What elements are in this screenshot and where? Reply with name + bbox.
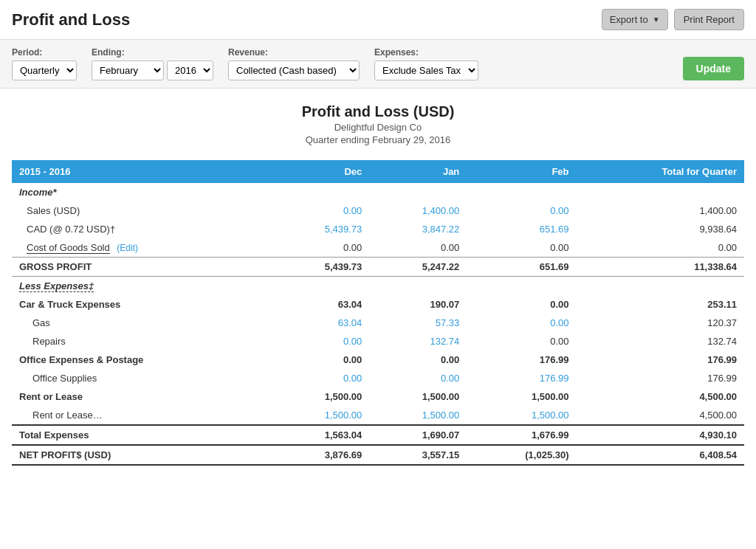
col-feb: Feb [467,160,576,183]
ending-selects: January February March April May June Ju… [92,61,213,80]
row-feb[interactable]: 0.00 [467,201,576,220]
revenue-select[interactable]: Collected (Cash based) Invoiced (Accrual… [228,61,360,80]
ending-month-select[interactable]: January February March April May June Ju… [92,61,164,80]
expense-indent-total: 132.74 [577,332,744,351]
report-area: Profit and Loss (USD) Delightful Design … [0,89,756,480]
ending-label: Ending: [92,47,213,58]
period-select[interactable]: Quarterly Monthly Annually [12,61,77,80]
gross-profit-total: 11,338.64 [577,258,744,277]
row-label: CAD (@ 0.72 USD)† [12,220,272,238]
net-profit-total: 6,408.54 [577,445,744,465]
expense-indent-feb: 0.00 [467,332,576,351]
report-header: Profit and Loss (USD) Delightful Design … [12,103,744,145]
row-total: 9,938.64 [577,220,744,238]
expense-bold-dec: 63.04 [272,295,369,314]
expense-bold-feb: 176.99 [467,351,576,369]
row-feb[interactable]: 651.69 [467,220,576,238]
col-dec: Dec [272,160,369,183]
row-jan[interactable]: 1,400.00 [369,201,467,220]
expense-bold-jan: 1,500.00 [369,387,467,406]
table-row: Rent or Lease 1,500.00 1,500.00 1,500.00… [12,387,744,406]
expense-indent-label: Office Supplies [12,369,272,387]
expense-indent-jan[interactable]: 57.33 [369,314,467,332]
row-dec: 0.00 [272,238,369,258]
expense-indent-jan[interactable]: 132.74 [369,332,467,351]
edit-link[interactable]: (Edit) [117,243,138,253]
row-jan: 0.00 [369,238,467,258]
gross-profit-jan: 5,247.22 [369,258,467,277]
revenue-label: Revenue: [228,47,360,58]
expense-bold-total: 176.99 [577,351,744,369]
expense-indent-feb[interactable]: 176.99 [467,369,576,387]
gross-profit-dec: 5,439.73 [272,258,369,277]
expense-indent-feb[interactable]: 1,500.00 [467,406,576,425]
total-expenses-label: Total Expenses [12,425,272,445]
expense-bold-total: 253.11 [577,295,744,314]
expense-indent-jan[interactable]: 1,500.00 [369,406,467,425]
table-row: Rent or Lease… 1,500.00 1,500.00 1,500.0… [12,406,744,425]
net-profit-dec: 3,876.69 [272,445,369,465]
row-jan[interactable]: 3,847.22 [369,220,467,238]
row-total: 1,400.00 [577,201,744,220]
period-label: Period: [12,47,77,58]
expense-bold-feb: 0.00 [467,295,576,314]
total-expenses-jan: 1,690.07 [369,425,467,445]
table-row: Income* [12,183,744,201]
net-profit-label: NET PROFIT$ (USD) [12,445,272,465]
row-total: 0.00 [577,238,744,258]
row-dec[interactable]: 0.00 [272,201,369,220]
expense-indent-feb[interactable]: 0.00 [467,314,576,332]
expense-indent-dec[interactable]: 1,500.00 [272,406,369,425]
col-jan: Jan [369,160,467,183]
expense-indent-dec[interactable]: 0.00 [272,332,369,351]
table-row: Office Supplies 0.00 0.00 176.99 176.99 [12,369,744,387]
expense-indent-total: 176.99 [577,369,744,387]
total-expenses-feb: 1,676.99 [467,425,576,445]
table-row: Less Expenses‡ [12,277,744,296]
expense-indent-dec[interactable]: 0.00 [272,369,369,387]
table-row: Office Expenses & Postage 0.00 0.00 176.… [12,351,744,369]
print-button[interactable]: Print Report [674,9,744,30]
table-row: Total Expenses 1,563.04 1,690.07 1,676.9… [12,425,744,445]
expense-bold-dec: 1,500.00 [272,387,369,406]
row-label: Cost of Goods Sold (Edit) [12,238,272,258]
total-expenses-total: 4,930.10 [577,425,744,445]
col-category: 2015 - 2016 [12,160,272,183]
expense-bold-jan: 0.00 [369,351,467,369]
section-header-dashed-label: Less Expenses‡ [12,277,744,296]
expense-indent-label: Repairs [12,332,272,351]
row-dec[interactable]: 5,439.73 [272,220,369,238]
table-row: CAD (@ 0.72 USD)† 5,439.73 3,847.22 651.… [12,220,744,238]
expense-indent-jan[interactable]: 0.00 [369,369,467,387]
top-bar-actions: Export to ▼ Print Report [602,9,744,30]
expense-indent-dec[interactable]: 63.04 [272,314,369,332]
ending-filter: Ending: January February March April May… [92,47,213,80]
report-company: Delightful Design Co [12,122,744,133]
expenses-label: Expenses: [374,47,478,58]
revenue-filter: Revenue: Collected (Cash based) Invoiced… [228,47,360,80]
expense-bold-total: 4,500.00 [577,387,744,406]
col-total: Total for Quarter [577,160,744,183]
expenses-filter: Expenses: Exclude Sales Tax Include Sale… [374,47,478,80]
ending-year-select[interactable]: 2014 2015 2016 2017 [167,61,213,80]
export-button[interactable]: Export to ▼ [602,9,668,30]
expense-bold-label: Office Expenses & Postage [12,351,272,369]
expense-bold-jan: 190.07 [369,295,467,314]
gross-profit-feb: 651.69 [467,258,576,277]
expense-indent-total: 120.37 [577,314,744,332]
expense-bold-label: Rent or Lease [12,387,272,406]
expense-bold-feb: 1,500.00 [467,387,576,406]
period-filter: Period: Quarterly Monthly Annually [12,47,77,80]
expense-bold-label: Car & Truck Expenses [12,295,272,314]
table-row: Repairs 0.00 132.74 0.00 132.74 [12,332,744,351]
table-header-row: 2015 - 2016 Dec Jan Feb Total for Quarte… [12,160,744,183]
row-feb: 0.00 [467,238,576,258]
expense-indent-label: Rent or Lease… [12,406,272,425]
net-profit-feb: (1,025.30) [467,445,576,465]
table-row: Cost of Goods Sold (Edit) 0.00 0.00 0.00… [12,238,744,258]
table-row: NET PROFIT$ (USD) 3,876.69 3,557.15 (1,0… [12,445,744,465]
filters-bar: Period: Quarterly Monthly Annually Endin… [0,40,756,89]
update-button[interactable]: Update [683,57,744,80]
expenses-select[interactable]: Exclude Sales Tax Include Sales Tax [374,61,478,80]
expense-indent-label: Gas [12,314,272,332]
